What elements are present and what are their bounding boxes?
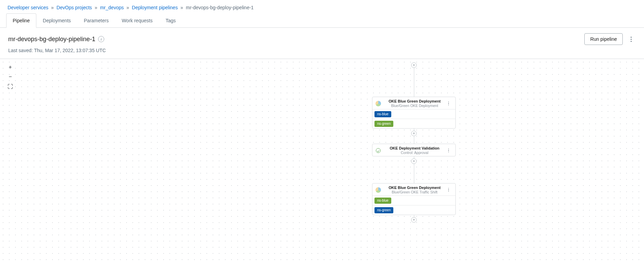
stage-title: OKE Deployment Validation <box>385 146 444 150</box>
breadcrumb-current: mr-devops-bg-deploy-pipeline-1 <box>186 5 254 10</box>
stage-card-oke-bg-deployment[interactable]: OKE Blue Green Deployment Blue/Green OKE… <box>372 97 456 129</box>
stage-subtitle: Control: Approval <box>385 151 444 155</box>
zoom-out-button[interactable]: − <box>6 73 14 81</box>
connector <box>414 68 414 97</box>
stage-title: OKE Blue Green Deployment <box>385 186 444 190</box>
tab-work-requests[interactable]: Work requests <box>115 13 159 28</box>
breadcrumb-separator: » <box>127 5 129 10</box>
more-actions-button[interactable] <box>626 34 636 44</box>
zoom-controls: + − <box>6 63 14 91</box>
breadcrumb-separator: » <box>51 5 54 10</box>
namespace-tag: ns-green <box>374 121 393 127</box>
stage-subtitle: Blue/Green OKE Traffic Shift <box>385 190 444 194</box>
tab-parameters[interactable]: Parameters <box>77 13 115 28</box>
zoom-fit-button[interactable] <box>6 82 14 91</box>
breadcrumb-separator: » <box>95 5 97 10</box>
run-pipeline-button[interactable]: Run pipeline <box>584 33 623 45</box>
tabs: Pipeline Deployments Parameters Work req… <box>0 13 644 28</box>
tab-tags[interactable]: Tags <box>159 13 182 28</box>
add-stage-button[interactable]: + <box>411 62 417 68</box>
header-actions: Run pipeline <box>584 33 636 45</box>
page-title: mr-devops-bg-deploy-pipeline-1 <box>8 36 95 43</box>
stage-menu-button[interactable] <box>446 101 451 106</box>
breadcrumb-item-deployment-pipelines[interactable]: Deployment pipelines <box>132 5 178 10</box>
breadcrumb-separator: » <box>180 5 183 10</box>
info-icon[interactable]: i <box>98 36 104 42</box>
stage-card-traffic-shift[interactable]: OKE Blue Green Deployment Blue/Green OKE… <box>372 183 456 215</box>
connector <box>414 136 414 144</box>
stage-title: OKE Blue Green Deployment <box>385 99 444 103</box>
namespace-tag: ns-blue <box>374 111 391 117</box>
stage-card-validation[interactable]: OKE Deployment Validation Control: Appro… <box>372 144 456 156</box>
stage-subtitle: Blue/Green OKE Deployment <box>385 104 444 108</box>
stage-menu-button[interactable] <box>446 187 451 193</box>
tab-deployments[interactable]: Deployments <box>36 13 77 28</box>
namespace-tag: ns-green <box>374 207 393 213</box>
namespace-tag: ns-blue <box>374 198 391 204</box>
connector <box>414 164 414 183</box>
add-stage-button[interactable]: + <box>411 217 417 223</box>
zoom-in-button[interactable]: + <box>6 63 14 71</box>
pipeline-canvas[interactable]: + − + OKE Blue Green Deployment Blue/Gre… <box>0 59 644 261</box>
approval-icon <box>375 147 381 154</box>
add-stage-button[interactable]: + <box>411 158 417 164</box>
add-stage-button[interactable]: + <box>411 131 417 136</box>
stage-menu-button[interactable] <box>446 148 451 153</box>
breadcrumb: Developer services » DevOps projects » m… <box>0 0 644 13</box>
kubernetes-icon <box>375 100 381 107</box>
breadcrumb-item-mr-devops[interactable]: mr_devops <box>100 5 124 10</box>
tab-pipeline[interactable]: Pipeline <box>6 13 36 28</box>
breadcrumb-item-devops-projects[interactable]: DevOps projects <box>57 5 92 10</box>
page-header: mr-devops-bg-deploy-pipeline-1 i Run pip… <box>0 28 644 46</box>
last-saved-text: Last saved: Thu, Mar 17, 2022, 13:07:35 … <box>0 46 644 59</box>
breadcrumb-item-developer-services[interactable]: Developer services <box>8 5 48 10</box>
kubernetes-icon <box>375 187 381 193</box>
pipeline-flow: + OKE Blue Green Deployment Blue/Green O… <box>372 62 456 223</box>
fullscreen-icon <box>8 84 13 89</box>
